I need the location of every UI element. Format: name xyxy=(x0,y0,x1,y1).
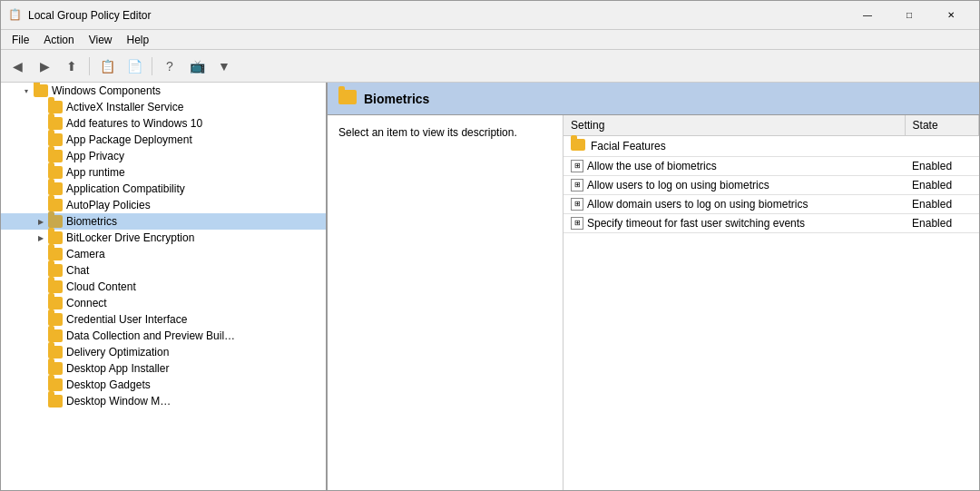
folder-icon xyxy=(48,101,63,113)
setting-cell: ⊞Allow the use of biometrics xyxy=(564,157,905,176)
tree-label: Desktop App Installer xyxy=(66,362,169,375)
folder-icon xyxy=(48,166,63,179)
state-cell: Enabled xyxy=(905,176,978,195)
right-header-title: Biometrics xyxy=(364,92,429,106)
tree-label: Delivery Optimization xyxy=(66,346,169,358)
col-state: State xyxy=(905,115,978,136)
window-title: Local Group Policy Editor xyxy=(28,9,847,22)
table-row[interactable]: ⊞Allow users to log on using biometricsE… xyxy=(564,176,979,195)
tree-label: Camera xyxy=(66,248,105,260)
minimize-button[interactable]: — xyxy=(847,1,888,30)
table-row[interactable]: ⊞Specify timeout for fast user switching… xyxy=(564,214,979,233)
row-folder-icon xyxy=(571,139,585,153)
setting-label: Specify timeout for fast user switching … xyxy=(587,217,805,230)
tree-label: AutoPlay Policies xyxy=(66,199,151,211)
tree-label: Application Compatibility xyxy=(66,182,185,195)
window-controls: — □ ✕ xyxy=(847,1,972,30)
settings-panel: Setting State Facial Features⊞Allow the … xyxy=(564,115,979,490)
state-cell xyxy=(905,136,978,157)
tree-label: Data Collection and Preview Buil… xyxy=(66,329,235,342)
description-panel: Select an item to view its description. xyxy=(328,115,564,490)
tree-panel: ▾ Windows Components ActiveX Installer S… xyxy=(1,83,328,490)
description-text: Select an item to view its description. xyxy=(338,126,517,139)
folder-icon xyxy=(48,313,63,326)
toolbar-up[interactable]: ⬆ xyxy=(59,54,84,79)
toolbar-filter[interactable]: ▼ xyxy=(211,54,237,79)
menu-help[interactable]: Help xyxy=(120,32,157,48)
menu-view[interactable]: View xyxy=(82,32,120,48)
table-row[interactable]: Facial Features xyxy=(564,136,979,157)
tree-label: App Package Deployment xyxy=(66,133,192,146)
setting-cell: ⊞Specify timeout for fast user switching… xyxy=(564,214,905,233)
state-cell: Enabled xyxy=(905,157,978,176)
folder-icon xyxy=(48,297,63,309)
folder-icon xyxy=(48,329,63,342)
state-cell: Enabled xyxy=(905,214,978,233)
setting-label: Facial Features xyxy=(591,140,666,152)
table-row[interactable]: ⊞Allow the use of biometricsEnabled xyxy=(564,157,979,176)
folder-icon xyxy=(48,378,63,391)
expand-icon: ▾ xyxy=(19,87,34,95)
folder-icon xyxy=(48,150,63,162)
maximize-button[interactable]: □ xyxy=(888,1,930,30)
folder-icon xyxy=(34,84,48,97)
tree-label: Desktop Gadgets xyxy=(66,378,151,391)
tree-label: BitLocker Drive Encryption xyxy=(66,231,194,244)
header-folder-icon xyxy=(338,90,357,107)
main-content: ▾ Windows Components ActiveX Installer S… xyxy=(1,83,979,490)
folder-icon xyxy=(48,199,63,211)
toolbar-back[interactable]: ◀ xyxy=(5,54,30,79)
policy-icon: ⊞ xyxy=(571,160,583,172)
tree-label: ActiveX Installer Service xyxy=(66,101,183,113)
settings-table: Setting State Facial Features⊞Allow the … xyxy=(564,115,979,233)
toolbar-show-hide[interactable]: 📋 xyxy=(94,54,120,79)
right-header: Biometrics xyxy=(328,83,979,115)
table-row[interactable]: ⊞Allow domain users to log on using biom… xyxy=(564,195,979,214)
folder-icon xyxy=(48,264,63,277)
tree-label: App Privacy xyxy=(66,150,124,162)
tree-label: Cloud Content xyxy=(66,280,136,293)
folder-icon xyxy=(48,248,63,260)
setting-label: Allow users to log on using biometrics xyxy=(587,179,769,191)
tree-label: Desktop Window M… xyxy=(66,395,171,408)
menu-action[interactable]: Action xyxy=(36,32,81,48)
table-header-row: Setting State xyxy=(564,115,979,136)
folder-icon xyxy=(48,395,63,408)
setting-label: Allow domain users to log on using biome… xyxy=(587,198,808,211)
toolbar-forward[interactable]: ▶ xyxy=(32,54,57,79)
title-bar: 📋 Local Group Policy Editor — □ ✕ xyxy=(1,1,979,30)
folder-icon xyxy=(48,215,63,228)
toolbar-view[interactable]: 📺 xyxy=(184,54,210,79)
setting-cell: Facial Features xyxy=(564,136,905,157)
tree-label: Chat xyxy=(66,264,89,277)
right-panel: Biometrics Select an item to view its de… xyxy=(328,83,979,490)
folder-icon xyxy=(48,133,63,146)
toolbar-help[interactable]: ? xyxy=(157,54,182,79)
right-body: Select an item to view its description. … xyxy=(328,115,979,490)
toolbar-sep-2 xyxy=(152,57,152,75)
menu-file[interactable]: File xyxy=(5,32,36,48)
col-setting: Setting xyxy=(564,115,905,136)
policy-icon: ⊞ xyxy=(571,179,583,191)
window: 📋 Local Group Policy Editor — □ ✕ File A… xyxy=(0,0,980,491)
tree-label: Credential User Interface xyxy=(66,313,187,326)
tree-item-desktop-window[interactable]: Desktop Window M… xyxy=(1,393,326,409)
policy-icon: ⊞ xyxy=(571,198,583,211)
toolbar-properties[interactable]: 📄 xyxy=(122,54,147,79)
toolbar-sep-1 xyxy=(89,57,90,75)
tree-label: Add features to Windows 10 xyxy=(66,117,202,130)
folder-icon xyxy=(48,182,63,195)
menu-bar: File Action View Help xyxy=(1,30,979,50)
tree-label: Biometrics xyxy=(66,215,117,228)
setting-cell: ⊞Allow domain users to log on using biom… xyxy=(564,195,905,214)
folder-icon xyxy=(48,280,63,293)
policy-icon: ⊞ xyxy=(571,217,583,230)
expand-icon: ▶ xyxy=(34,218,48,226)
expand-icon: ▶ xyxy=(34,234,48,242)
close-button[interactable]: ✕ xyxy=(930,1,972,30)
setting-cell: ⊞Allow users to log on using biometrics xyxy=(564,176,905,195)
folder-icon xyxy=(48,346,63,358)
setting-label: Allow the use of biometrics xyxy=(587,160,717,172)
folder-icon xyxy=(48,231,63,244)
tree-label: App runtime xyxy=(66,166,125,179)
